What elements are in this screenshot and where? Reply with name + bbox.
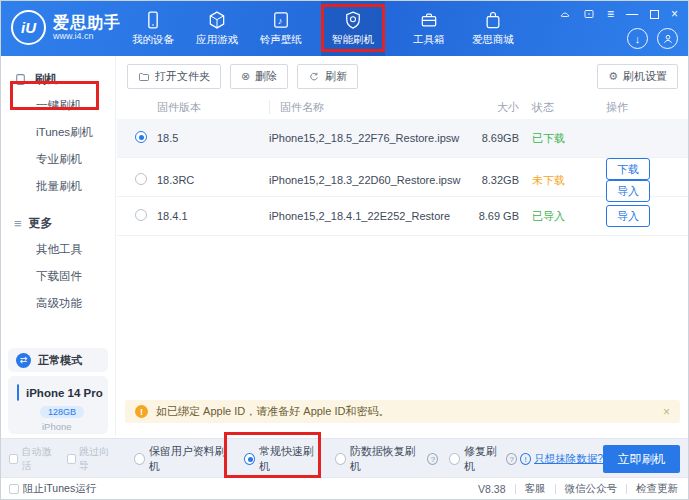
user-account-icon[interactable] — [657, 28, 678, 49]
phone-icon — [143, 10, 163, 30]
mode-icon: ⇄ — [16, 353, 31, 368]
anti-recovery-radio[interactable] — [335, 453, 346, 465]
minimize-button[interactable]: — — [626, 8, 638, 20]
firmware-row-18-5[interactable]: 18.5 iPhone15,2_18.5_22F76_Restore.ipsw … — [117, 119, 688, 158]
maximize-button[interactable] — [650, 10, 659, 19]
fw-status-imported: 已导入 — [524, 209, 594, 224]
customer-service-link[interactable]: 客服 — [525, 482, 546, 496]
flash-now-button[interactable]: 立即刷机 — [603, 445, 680, 473]
sidebar-item-download-firmware[interactable]: 下载固件 — [1, 263, 115, 290]
info-icon: ! — [520, 453, 531, 465]
nav-label: 智能刷机 — [332, 33, 374, 47]
nav-mall[interactable]: 爱思商城 — [461, 1, 525, 56]
app-url: www.i4.cn — [53, 31, 121, 41]
device-name: iPhone 14 Pro — [26, 387, 103, 399]
device-mode-label: 正常模式 — [38, 353, 82, 368]
nav-ringtones-wallpapers[interactable]: ♪ 铃声壁纸 — [249, 1, 313, 56]
help-icon[interactable]: ? — [506, 453, 517, 465]
keep-data-label: 保留用户资料刷机 — [149, 444, 227, 474]
device-type: iPhone — [42, 421, 100, 432]
sidebar-section-flash: 刷机 一键刷机 iTunes刷机 专业刷机 批量刷机 — [1, 66, 115, 200]
nav-label: 爱思商城 — [472, 33, 514, 47]
auto-activate-option[interactable]: 自动激活 — [9, 445, 59, 473]
shield-icon — [343, 10, 363, 30]
section-title: 更多 — [29, 215, 53, 232]
delete-icon: ⊗ — [241, 71, 250, 82]
nav-label: 我的设备 — [132, 33, 174, 47]
block-itunes-checkbox[interactable] — [9, 484, 19, 494]
status-bar: 阻止iTunes运行 V8.38 客服 微信公众号 检查更新 — [1, 477, 688, 499]
import-firmware-button[interactable]: 导入 — [606, 180, 650, 202]
fw-name: iPhone15,2_18.3_22D60_Restore.ipsw — [269, 174, 464, 186]
delete-button[interactable]: ⊗ 删除 — [230, 64, 288, 89]
header-quick-actions: ↓ — [627, 28, 678, 49]
block-itunes-option[interactable]: 阻止iTunes运行 — [1, 482, 96, 496]
skip-wizard-option[interactable]: 跳过向导 — [67, 445, 117, 473]
keep-data-flash-option[interactable]: 保留用户资料刷机 — [126, 444, 226, 474]
import-firmware-button[interactable]: 导入 — [606, 205, 650, 227]
toolbox-icon — [419, 10, 439, 30]
firmware-row-18-4-1[interactable]: 18.4.1 iPhone15,2_18.4.1_22E252_Restore … — [117, 197, 688, 236]
nav-apps-games[interactable]: 应用游戏 — [185, 1, 249, 56]
block-itunes-label: 阻止iTunes运行 — [23, 482, 96, 496]
svg-text:♪: ♪ — [278, 16, 283, 26]
normal-fast-radio-selected[interactable] — [244, 453, 255, 465]
row-radio[interactable] — [135, 209, 147, 221]
fw-size: 8.32GB — [464, 174, 524, 186]
row-radio-selected[interactable] — [135, 131, 147, 143]
main-nav: 我的设备 应用游戏 ♪ 铃声壁纸 智能刷机 工具箱 爱思商城 — [121, 1, 525, 56]
skip-wizard-checkbox[interactable] — [67, 454, 76, 464]
sidebar-item-one-click-flash[interactable]: 一键刷机 — [1, 92, 115, 119]
anti-recovery-flash-option[interactable]: 防数据恢复刷机 — [327, 444, 417, 474]
person-icon — [661, 32, 675, 46]
theme-skin-icon[interactable] — [559, 8, 571, 20]
feedback-icon[interactable] — [583, 8, 595, 20]
col-name: 固件名称 — [269, 100, 464, 114]
row-radio[interactable] — [135, 173, 147, 185]
cube-icon — [207, 10, 227, 30]
main-content: 打开文件夹 ⊗ 删除 刷新 ⚙ 刷机设置 固件版本 固件名称 大小 状态 操作 — [117, 56, 688, 436]
normal-fast-label: 常规快速刷机 — [259, 444, 317, 474]
sidebar-item-advanced[interactable]: 高级功能 — [1, 290, 115, 317]
warning-icon: ! — [135, 405, 148, 418]
refresh-icon — [308, 71, 320, 83]
fw-status-downloaded: 已下载 — [524, 131, 594, 146]
divider — [515, 484, 516, 494]
wechat-link[interactable]: 微信公众号 — [565, 482, 618, 496]
open-folder-label: 打开文件夹 — [155, 69, 210, 84]
ringtone-icon: ♪ — [271, 10, 291, 30]
check-update-link[interactable]: 检查更新 — [636, 482, 678, 496]
repair-flash-option[interactable]: 修复刷机 — [441, 444, 502, 474]
download-manager-icon[interactable]: ↓ — [627, 28, 648, 49]
nav-my-devices[interactable]: 我的设备 — [121, 1, 185, 56]
notice-close-icon[interactable]: × — [663, 405, 670, 419]
flash-settings-label: 刷机设置 — [623, 69, 667, 84]
erase-data-link[interactable]: 只想抹除数据? — [534, 452, 603, 466]
sidebar-bottom-options: 自动激活 跳过向导 — [1, 445, 116, 473]
tablet-icon — [14, 73, 27, 86]
flash-settings-button[interactable]: ⚙ 刷机设置 — [597, 64, 678, 89]
col-version: 固件版本 — [157, 100, 269, 115]
divider — [626, 484, 627, 494]
nav-smart-flash[interactable]: 智能刷机 — [321, 1, 385, 56]
open-folder-button[interactable]: 打开文件夹 — [127, 64, 221, 89]
refresh-button[interactable]: 刷新 — [297, 64, 358, 89]
sidebar-item-itunes-flash[interactable]: iTunes刷机 — [1, 119, 115, 146]
keep-data-radio[interactable] — [134, 453, 145, 465]
download-firmware-button[interactable]: 下载 — [606, 158, 650, 180]
firmware-row-18-3rc[interactable]: 18.3RC iPhone15,2_18.3_22D60_Restore.ips… — [117, 158, 688, 197]
sidebar: 刷机 一键刷机 iTunes刷机 专业刷机 批量刷机 ≡ 更多 其他工具 下载固… — [1, 56, 116, 436]
menu-icon[interactable]: ≡ — [607, 8, 614, 20]
repair-radio[interactable] — [449, 453, 460, 465]
app-window: iU 爱思助手 www.i4.cn 我的设备 应用游戏 ♪ 铃声壁纸 智能刷机 — [0, 0, 689, 500]
sidebar-item-pro-flash[interactable]: 专业刷机 — [1, 146, 115, 173]
auto-activate-checkbox[interactable] — [9, 454, 18, 464]
sidebar-item-other-tools[interactable]: 其他工具 — [1, 236, 115, 263]
help-icon[interactable]: ? — [427, 453, 438, 465]
close-button[interactable]: × — [671, 8, 678, 20]
nav-toolbox[interactable]: 工具箱 — [397, 1, 461, 56]
gear-icon: ⚙ — [608, 71, 618, 82]
sidebar-item-batch-flash[interactable]: 批量刷机 — [1, 173, 115, 200]
normal-fast-flash-option[interactable]: 常规快速刷机 — [236, 444, 317, 474]
repair-label: 修复刷机 — [464, 444, 502, 474]
